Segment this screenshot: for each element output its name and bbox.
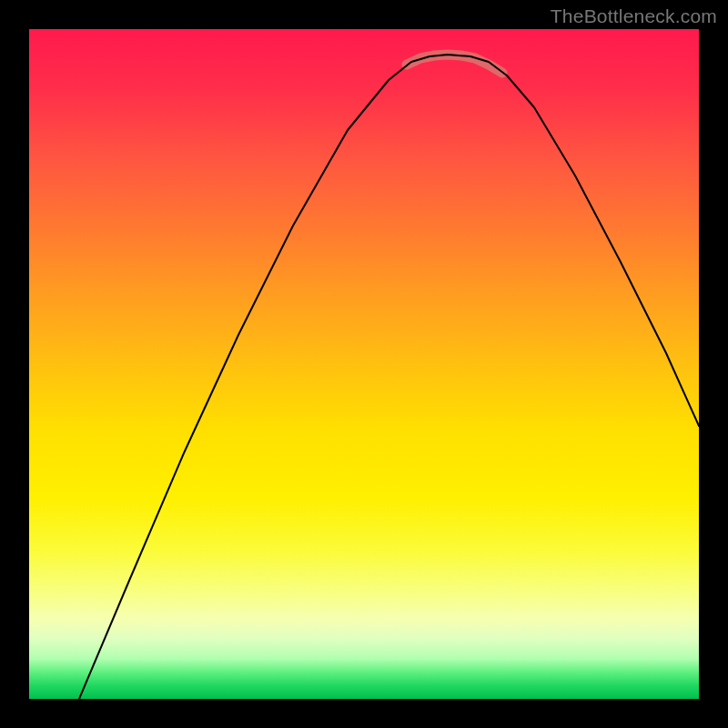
optimal-region-highlight — [407, 55, 502, 73]
bottleneck-curve — [79, 55, 699, 699]
watermark-text: TheBottleneck.com — [551, 5, 717, 27]
plot-area — [29, 29, 699, 699]
curve-layer — [29, 29, 699, 699]
chart-frame: TheBottleneck.com — [0, 0, 728, 728]
